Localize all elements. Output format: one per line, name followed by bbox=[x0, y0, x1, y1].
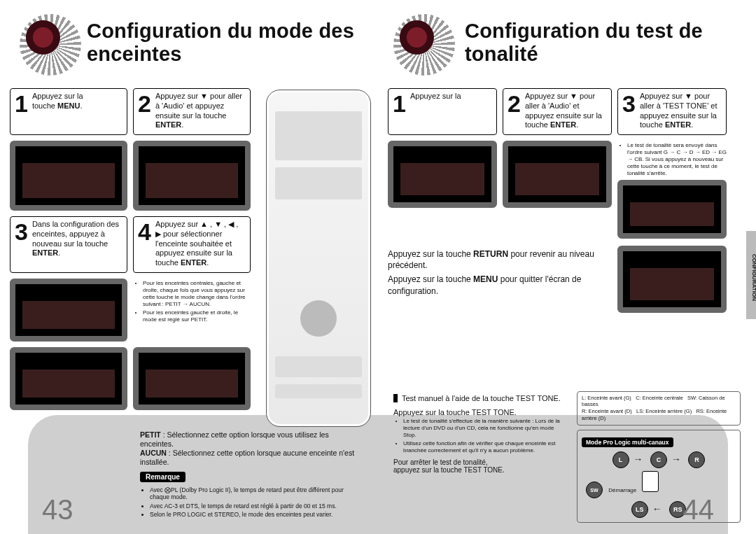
bullet: Avec AC-3 et DTS, le temps de retard est… bbox=[150, 503, 357, 510]
bullet: Pour les enceintes gauche et droite, le … bbox=[143, 309, 251, 323]
t: : Sélectionnez cette option lorsque aucu… bbox=[140, 449, 354, 466]
side-tab-configuration: CONFIGURATION bbox=[746, 231, 756, 319]
bullet: Utilisez cette fonction afin de vérifier… bbox=[403, 440, 568, 454]
remarque-bullets: Avec ⨂PL (Dolby Pro Logic II), le temps … bbox=[150, 486, 357, 519]
remote-control-illustration bbox=[266, 90, 371, 427]
t: Appuyez sur la touche bbox=[388, 274, 473, 284]
petit-line: PETIT : Sélectionnez cette option lorsqu… bbox=[140, 430, 357, 449]
step-1: 1 Appuyez sur la touche MENU. bbox=[10, 88, 127, 135]
page-number-left: 43 bbox=[42, 494, 74, 526]
listener-icon bbox=[642, 471, 659, 492]
tv-screenshot bbox=[617, 246, 727, 313]
label-aucun: AUCUN bbox=[140, 449, 167, 457]
mode-label: Mode Pro Logic multi-canaux bbox=[582, 437, 673, 447]
legend-R: R: Enceinte avant (D) bbox=[582, 408, 632, 414]
mode-diagram: Mode Pro Logic multi-canaux L→ C→ R SW D… bbox=[577, 430, 741, 524]
spk-R-icon: R bbox=[688, 451, 705, 468]
col: Le test de tonalité sera envoyé dans l'o… bbox=[617, 141, 727, 239]
t: : Sélectionnez cette option lorsque vous… bbox=[140, 430, 329, 448]
key-enter: ENTER bbox=[32, 248, 58, 257]
t: . bbox=[181, 120, 183, 129]
t: Appuyez sur ▼ pour aller à 'Audio' et ap… bbox=[155, 92, 242, 120]
step-text: Appuyez sur ▲ , ▼ , ◀ , ▶ pour sélection… bbox=[155, 220, 246, 268]
tv-screenshot bbox=[10, 279, 127, 342]
step-4-notes-col: Pour les enceintes centrales, gauche et … bbox=[133, 279, 251, 342]
bullet: Le test de tonalité sera envoyé dans l'o… bbox=[627, 142, 727, 177]
spk-LS-icon: LS bbox=[631, 501, 648, 518]
step-4: 4 Appuyez sur ▲ , ▼ , ◀ , ▶ pour sélecti… bbox=[133, 216, 251, 273]
step-number: 4 bbox=[138, 220, 151, 268]
spk-L-icon: L bbox=[612, 451, 629, 468]
step-3-bullets: Le test de tonalité sera envoyé dans l'o… bbox=[627, 142, 727, 177]
bullet: Le test de tonalité s'effectue de la man… bbox=[403, 418, 568, 439]
test-tone-bullets: Le test de tonalité s'effectue de la man… bbox=[403, 418, 568, 454]
screens-row: Le test de tonalité sera envoyé dans l'o… bbox=[388, 141, 746, 239]
col bbox=[503, 141, 612, 239]
arrow-icon: ← bbox=[652, 503, 662, 514]
spk-C-icon: C bbox=[650, 451, 667, 468]
step-number: 1 bbox=[15, 92, 28, 130]
t: touche bbox=[32, 101, 57, 110]
col bbox=[388, 141, 497, 239]
t: Appuyez sur la touche bbox=[388, 249, 473, 259]
step-2: 2 Appuyez sur ▼ pour aller à 'Audio' et … bbox=[133, 88, 251, 135]
tv-screenshot bbox=[133, 347, 251, 410]
tv-screenshot bbox=[133, 141, 251, 211]
bullet: Selon le PRO LOGIC et STEREO, le mode de… bbox=[150, 511, 357, 519]
step-number: 2 bbox=[138, 92, 151, 130]
manual-test-label: Test manuel à l'aide de la touche TEST T… bbox=[393, 394, 561, 402]
step-4-notes-col bbox=[10, 279, 127, 342]
key-enter: ENTER bbox=[155, 120, 181, 129]
footer-left-col: Test manuel à l'aide de la touche TEST T… bbox=[393, 391, 568, 474]
step-text: Appuyez sur ▼ pour aller à 'TEST TONE' e… bbox=[640, 92, 722, 130]
left-footer-block: PETIT : Sélectionnez cette option lorsqu… bbox=[140, 430, 357, 520]
key-enter: ENTER bbox=[550, 120, 576, 129]
diagram-row-top: L→ C→ R bbox=[582, 451, 736, 468]
label-petit: PETIT bbox=[140, 430, 161, 439]
legend-L: L: Enceinte avant (G) bbox=[582, 395, 631, 401]
t: Appuyez sur la bbox=[32, 92, 83, 100]
arrow-icon: → bbox=[671, 453, 681, 464]
t: Dans la configuration des enceintes, app… bbox=[32, 220, 119, 248]
step-text: Appuyez sur ▼ pour aller à 'Audio' et ap… bbox=[525, 92, 607, 130]
key-enter: ENTER bbox=[665, 120, 691, 129]
steps-grid-left: 1 Appuyez sur la touche MENU. 2 Appuyez … bbox=[10, 73, 262, 410]
mid-text: Appuyez sur la touche RETURN pour reveni… bbox=[388, 246, 612, 313]
step-2: 2 Appuyez sur ▼ pour aller à 'Audio' et … bbox=[503, 88, 612, 135]
p-return: Appuyez sur la touche RETURN pour reveni… bbox=[388, 248, 612, 271]
stop-test-a: Pour arrêter le test de tonalité, bbox=[393, 458, 568, 466]
t: . bbox=[58, 248, 60, 257]
step-4-bullets: Pour les enceintes centrales, gauche et … bbox=[143, 280, 251, 323]
steps-row-right: 1 Appuyez sur la 2 Appuyez sur ▼ pour al… bbox=[388, 73, 746, 135]
step-number: 3 bbox=[622, 92, 636, 130]
stop-test-b: appuyez sur la touche TEST TONE. bbox=[393, 466, 568, 474]
key-menu: MENU bbox=[57, 101, 80, 110]
tv-screenshot bbox=[10, 141, 127, 211]
aucun-line: AUCUN : Sélectionnez cette option lorsqu… bbox=[140, 449, 357, 467]
page-title-left: Configuration du mode des enceintes bbox=[10, 20, 368, 66]
page-number-right: 44 bbox=[683, 494, 715, 526]
p-menu: Appuyez sur la touche MENU pour quitter … bbox=[388, 274, 612, 296]
step-text: Appuyez sur ▼ pour aller à 'Audio' et ap… bbox=[155, 92, 246, 130]
demarrage-label: Démarrage bbox=[608, 487, 636, 493]
key-return: RETURN bbox=[473, 249, 508, 259]
t: . bbox=[80, 101, 82, 110]
step-3: 3 Appuyez sur ▼ pour aller à 'TEST TONE'… bbox=[617, 88, 727, 135]
tv-screenshot bbox=[503, 141, 612, 208]
step-number: 1 bbox=[393, 92, 406, 130]
legend-LS: LS: Enceinte arrière (G) bbox=[636, 408, 692, 414]
page-title-right: Configuration du test de tonalité bbox=[388, 20, 746, 66]
step-number: 3 bbox=[15, 220, 28, 268]
step-text: Appuyez sur la touche MENU. bbox=[32, 92, 83, 130]
step-number: 2 bbox=[507, 92, 521, 130]
bullet: Pour les enceintes centrales, gauche et … bbox=[143, 280, 251, 308]
arrow-icon: → bbox=[634, 453, 643, 464]
t: . bbox=[576, 120, 578, 129]
step-text: Appuyez sur la bbox=[410, 92, 461, 130]
speaker-legend: L: Enceinte avant (G) C: Enceinte centra… bbox=[577, 391, 741, 426]
step-text: Dans la configuration des enceintes, app… bbox=[32, 220, 122, 268]
bullet: Avec ⨂PL (Dolby Pro Logic II), le temps … bbox=[150, 486, 357, 501]
col bbox=[617, 246, 727, 313]
step-3: 3 Dans la configuration des enceintes, a… bbox=[10, 216, 127, 273]
step-1: 1 Appuyez sur la bbox=[388, 88, 497, 135]
